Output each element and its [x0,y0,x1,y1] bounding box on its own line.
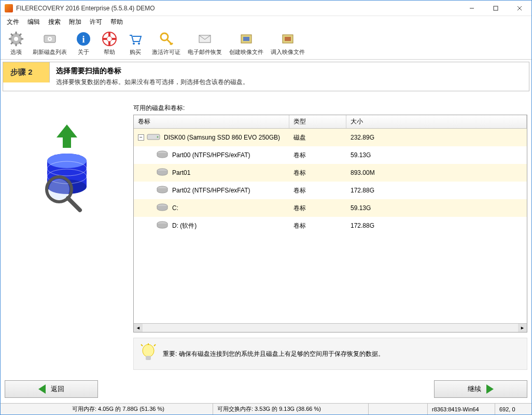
table-row[interactable]: Part02 (NTFS/HPFS/exFAT)卷标172.88G [134,182,527,199]
app-window: FILERECOVERY 2016 Enterprise (5.5.8.4) D… [0,0,532,415]
maximize-button[interactable] [484,1,508,16]
image-create-icon [238,31,255,47]
cell-size: 893.00M [346,169,527,176]
toolbar-activate[interactable]: 激活许可证 [149,30,184,58]
partition-icon [156,149,169,161]
col-type[interactable]: 类型 [289,115,346,128]
toolbar-about[interactable]: i 关于 [71,30,96,58]
title-bar: FILERECOVERY 2016 Enterprise (5.5.8.4) D… [1,1,531,16]
disk-scan-illustration [31,119,103,213]
toolbar-load-image[interactable]: 调入映像文件 [268,30,308,58]
step-text: 选择需要扫描的卷标 选择要恢复数据的卷标。如果没有卷可选择，则选择包含该卷的磁盘… [50,62,255,91]
partition-icon [156,167,169,179]
cell-label: Part02 (NTFS/HPFS/exFAT) [134,185,289,197]
cell-size: 172.88G [346,187,527,194]
horizontal-scrollbar[interactable]: ◄ ► [134,323,527,332]
toolbar-help[interactable]: 帮助 [97,30,122,58]
svg-rect-47 [146,356,151,360]
row-label: DISK00 (Samsung SSD 860 EVO 250GB) [164,134,280,141]
toolbar-refresh-disks[interactable]: 刷新磁盘列表 [30,30,70,58]
row-label: D: (软件) [172,222,197,230]
svg-point-23 [161,33,168,40]
menu-file[interactable]: 文件 [3,17,23,27]
window-title: FILERECOVERY 2016 Enterprise (5.5.8.4) D… [16,5,460,12]
menu-help[interactable]: 帮助 [106,17,127,27]
table-row[interactable]: −DISK00 (Samsung SSD 860 EVO 250GB)磁盘232… [134,129,527,146]
svg-point-5 [14,37,18,41]
toolbar-options-label: 选项 [10,48,22,56]
svg-rect-28 [285,37,291,41]
col-label[interactable]: 卷标 [134,115,289,128]
cell-size: 232.89G [346,134,527,141]
toolbar-options[interactable]: 选项 [4,30,29,58]
table-row[interactable]: D: (软件)卷标172.88G [134,217,527,234]
svg-line-13 [11,42,13,44]
minimize-button[interactable] [460,1,484,16]
back-button-label: 返回 [51,384,64,394]
cell-type: 卷标 [289,186,346,195]
table-header: 卷标 类型 大小 [134,115,527,129]
toolbar-create-image[interactable]: 创建映像文件 [226,30,267,58]
illustration-panel [5,104,129,373]
menu-edit[interactable]: 编辑 [23,17,44,27]
status-bar: 可用内存: 4.05G 的 7.88G (51.36 %) 可用交换内存: 3.… [1,403,531,414]
svg-point-37 [49,179,69,200]
scroll-right-icon[interactable]: ► [518,324,527,333]
table-row[interactable]: C:卷标59.13G [134,199,527,217]
svg-line-12 [19,34,21,36]
scroll-left-icon[interactable]: ◄ [134,324,143,333]
step-desc: 选择要恢复数据的卷标。如果没有卷可选择，则选择包含该卷的磁盘。 [56,78,249,87]
next-button-label: 继续 [468,384,481,394]
nav-bar: 返回 继续 [1,377,531,403]
arrow-right-icon [486,384,494,394]
toolbar-create-image-label: 创建映像文件 [229,48,263,56]
cell-size: 59.13G [346,151,527,159]
svg-rect-26 [243,37,249,41]
svg-rect-1 [494,6,498,10]
svg-point-20 [107,36,112,42]
tip-text: 重要: 确保有磁盘连接到您的系统并且磁盘上有足够的空间用于保存恢复的数据。 [163,350,384,358]
toolbar-email-label: 电子邮件恢复 [188,48,222,56]
menu-license[interactable]: 许可 [86,17,106,27]
volumes-panel: 可用的磁盘和卷标: 卷标 类型 大小 −DISK00 (Samsung SSD … [133,104,527,373]
partition-icon [156,202,169,214]
toolbar-load-image-label: 调入映像文件 [271,48,305,56]
back-button[interactable]: 返回 [5,380,98,398]
app-icon [5,4,13,12]
status-swap: 可用交换内存: 3.53G 的 9.13G (38.66 %) [213,404,369,414]
svg-point-33 [47,154,87,168]
content-area: 可用的磁盘和卷标: 卷标 类型 大小 −DISK00 (Samsung SSD … [1,93,531,377]
toolbar-buy-label: 购买 [130,48,141,56]
partition-icon [156,220,169,232]
close-button[interactable] [508,1,531,16]
step-header: 步骤 2 选择需要扫描的卷标 选择要恢复数据的卷标。如果没有卷可选择，则选择包含… [3,62,529,91]
image-load-icon [279,31,296,47]
drive-icon [41,31,58,47]
info-icon: i [75,31,92,47]
arrow-left-icon [38,384,46,394]
menu-bar: 文件 编辑 搜索 附加 许可 帮助 [1,16,531,27]
col-size[interactable]: 大小 [346,115,527,128]
cell-size: 172.88G [346,222,527,229]
table-row[interactable]: Part01卷标893.00M [134,164,527,182]
row-label: Part00 (NTFS/HPFS/exFAT) [172,151,250,159]
disk-icon [146,132,161,143]
svg-text:i: i [82,34,85,45]
lightbulb-icon [140,343,157,364]
menu-addon[interactable]: 附加 [65,17,86,27]
tip-bar: 重要: 确保有磁盘连接到您的系统并且磁盘上有足够的空间用于保存恢复的数据。 [133,338,527,370]
toolbar-email-recovery[interactable]: 电子邮件恢复 [185,30,225,58]
next-button[interactable]: 继续 [434,380,527,398]
row-label: C: [172,204,178,212]
cell-label: C: [134,202,289,214]
partition-icon [156,185,169,197]
table-row[interactable]: Part00 (NTFS/HPFS/exFAT)卷标59.13G [134,146,527,164]
tree-toggle-icon[interactable]: − [138,134,144,141]
panel-caption: 可用的磁盘和卷标: [133,104,527,113]
status-flex [369,404,428,414]
status-coords: 692, 0 [495,404,531,414]
cell-label: D: (软件) [134,220,289,232]
menu-search[interactable]: 搜索 [44,17,65,27]
toolbar-refresh-label: 刷新磁盘列表 [33,48,67,56]
toolbar-buy[interactable]: 购买 [123,30,148,58]
